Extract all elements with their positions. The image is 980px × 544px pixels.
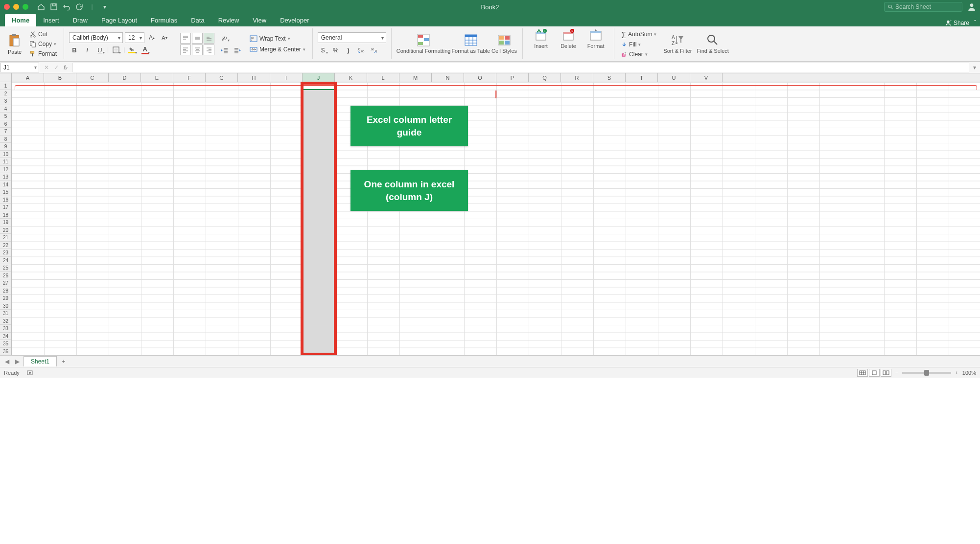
macro-record-icon[interactable] [26, 369, 33, 376]
row-header[interactable]: 23 [0, 249, 11, 257]
home-icon[interactable] [37, 3, 45, 11]
row-header[interactable]: 32 [0, 317, 11, 325]
column-header[interactable]: P [496, 73, 529, 82]
copy-button[interactable]: Copy▾ [27, 40, 59, 48]
tab-home[interactable]: Home [5, 14, 36, 26]
row-header[interactable]: 5 [0, 113, 11, 120]
clear-button[interactable]: Clear▾ [619, 50, 658, 59]
row-header[interactable]: 1 [0, 82, 11, 90]
maximize-window[interactable] [23, 4, 28, 10]
underline-button[interactable]: U [94, 45, 105, 55]
row-header[interactable]: 18 [0, 211, 11, 219]
autosum-button[interactable]: ∑AutoSum▾ [619, 29, 658, 39]
row-header[interactable]: 8 [0, 136, 11, 143]
row-header[interactable]: 34 [0, 333, 11, 340]
increase-font-icon[interactable]: A▴ [146, 32, 157, 43]
tab-review[interactable]: Review [211, 14, 246, 26]
search-sheet[interactable]: Search Sheet [884, 2, 962, 12]
share-button[interactable]: + Share ˆ [941, 20, 980, 26]
row-header[interactable]: 30 [0, 302, 11, 310]
row-header[interactable]: 36 [0, 348, 11, 356]
column-header[interactable]: B [44, 73, 76, 82]
column-header[interactable]: K [335, 73, 367, 82]
qat-customize-icon[interactable]: ▾ [101, 3, 109, 11]
accounting-format-icon[interactable]: $ [318, 45, 328, 55]
redo-icon[interactable] [75, 3, 83, 11]
borders-button[interactable] [111, 45, 121, 55]
formula-bar[interactable] [72, 63, 969, 72]
tab-view[interactable]: View [246, 14, 273, 26]
column-header[interactable]: V [690, 73, 723, 82]
bold-button[interactable]: B [69, 45, 80, 55]
row-header[interactable]: 27 [0, 279, 11, 287]
fill-color-button[interactable] [127, 45, 138, 55]
zoom-in-icon[interactable]: + [955, 370, 958, 376]
page-layout-view-icon[interactable] [869, 369, 880, 377]
column-header[interactable]: D [109, 73, 141, 82]
merge-center-button[interactable]: Merge & Center▾ [248, 45, 307, 54]
tab-draw[interactable]: Draw [66, 14, 94, 26]
format-as-table-button[interactable]: Format as Table [451, 33, 490, 54]
ribbon-collapse-icon[interactable]: ˆ [974, 20, 976, 26]
row-header[interactable]: 17 [0, 204, 11, 211]
fill-button[interactable]: Fill▾ [619, 40, 658, 49]
align-bottom-icon[interactable] [204, 33, 214, 44]
wrap-text-button[interactable]: abcWrap Text▾ [248, 34, 307, 43]
row-header[interactable]: 29 [0, 295, 11, 302]
page-break-view-icon[interactable] [881, 369, 891, 377]
decrease-indent-icon[interactable] [219, 45, 230, 56]
tab-page-layout[interactable]: Page Layout [94, 14, 144, 26]
row-header[interactable]: 11 [0, 158, 11, 166]
row-header[interactable]: 10 [0, 151, 11, 159]
row-header[interactable]: 12 [0, 166, 11, 174]
row-header[interactable]: 35 [0, 340, 11, 348]
conditional-formatting-button[interactable]: Conditional Formatting [397, 33, 451, 54]
row-header[interactable]: 24 [0, 257, 11, 265]
column-header[interactable]: G [206, 73, 238, 82]
row-header[interactable]: 7 [0, 128, 11, 136]
row-header[interactable]: 14 [0, 181, 11, 189]
column-header[interactable]: O [464, 73, 496, 82]
name-box[interactable]: J1 [0, 63, 39, 72]
formula-bar-expand-icon[interactable]: ▾ [969, 64, 980, 71]
tab-insert[interactable]: Insert [36, 14, 66, 26]
increase-indent-icon[interactable] [232, 45, 243, 56]
add-sheet-button[interactable]: + [59, 357, 69, 366]
cancel-formula-icon[interactable]: ✕ [44, 64, 49, 71]
column-header[interactable]: T [626, 73, 658, 82]
row-header[interactable]: 20 [0, 227, 11, 234]
zoom-out-icon[interactable]: − [895, 370, 898, 376]
row-header[interactable]: 9 [0, 143, 11, 151]
column-header[interactable]: U [658, 73, 690, 82]
align-top-icon[interactable] [180, 33, 191, 44]
sheet-nav-prev-icon[interactable]: ◀ [3, 358, 11, 365]
row-header[interactable]: 13 [0, 173, 11, 181]
align-right-icon[interactable] [204, 45, 214, 55]
decrease-decimal-icon[interactable]: .00.0 [369, 45, 379, 55]
font-color-button[interactable]: A [140, 45, 150, 55]
column-header[interactable]: F [173, 73, 206, 82]
row-header[interactable]: 26 [0, 272, 11, 280]
tab-formulas[interactable]: Formulas [144, 14, 184, 26]
paste-button[interactable]: Paste [4, 33, 25, 55]
find-select-button[interactable]: Find & Select [697, 33, 728, 54]
align-left-icon[interactable] [180, 45, 191, 55]
column-header[interactable]: H [238, 73, 270, 82]
column-header[interactable]: E [141, 73, 173, 82]
row-header[interactable]: 25 [0, 264, 11, 272]
increase-decimal-icon[interactable]: .0.00 [356, 45, 367, 55]
font-name-select[interactable]: Calibri (Body) [69, 32, 123, 43]
column-header[interactable]: L [367, 73, 399, 82]
sort-filter-button[interactable]: AZSort & Filter [663, 33, 692, 54]
row-header[interactable]: 22 [0, 242, 11, 249]
row-header[interactable]: 28 [0, 287, 11, 295]
column-header[interactable]: A [12, 73, 44, 82]
insert-cells-button[interactable]: +Insert [528, 28, 554, 59]
column-header[interactable]: R [561, 73, 593, 82]
row-header[interactable]: 21 [0, 234, 11, 242]
align-center-icon[interactable] [192, 45, 203, 55]
close-window[interactable] [4, 4, 10, 10]
column-header[interactable]: Q [529, 73, 561, 82]
column-header[interactable]: S [593, 73, 626, 82]
row-header[interactable]: 31 [0, 310, 11, 317]
